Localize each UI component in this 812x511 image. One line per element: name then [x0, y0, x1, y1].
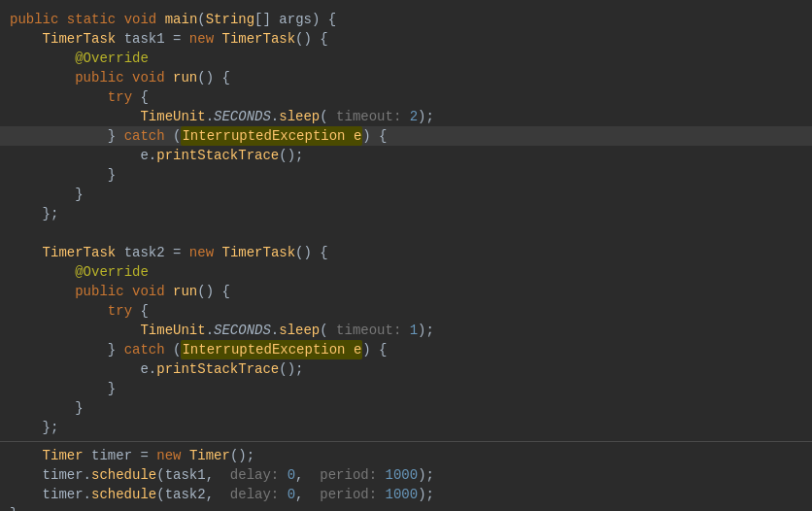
type-timer: Timer	[43, 446, 84, 465]
code-line-16: try {	[0, 301, 812, 321]
type-timertask-2: TimerTask	[43, 243, 117, 262]
code-line-6: TimeUnit.SECONDS.sleep( timeout: 2);	[0, 107, 812, 126]
keyword-void-1: void	[132, 68, 165, 87]
code-line-10: }	[0, 185, 812, 204]
num-delay-2: 0	[288, 485, 295, 504]
method-schedule-1: schedule	[91, 465, 156, 485]
section-divider	[0, 441, 812, 442]
method-sleep-2: sleep	[279, 321, 320, 340]
annotation-override-1: @Override	[75, 49, 149, 68]
keyword-void-2: void	[132, 282, 165, 301]
code-line-13: TimerTask task2 = new TimerTask() {	[0, 243, 812, 262]
code-line-20: }	[0, 379, 812, 398]
method-main: main	[165, 10, 198, 29]
method-sleep-1: sleep	[279, 107, 320, 126]
annotation-override-2: @Override	[75, 262, 149, 282]
keyword-void: void	[124, 10, 157, 29]
method-printstacktrace-1: printStackTrace	[156, 146, 279, 165]
num-period-2: 1000	[386, 485, 419, 504]
type-string: String	[206, 10, 254, 29]
keyword-try-2: try	[108, 301, 132, 321]
type-timertask-new-2: TimerTask	[221, 243, 295, 262]
code-line-3: @Override	[0, 49, 812, 68]
code-line-25: timer.schedule(task1, delay: 0, period: …	[0, 465, 812, 485]
keyword-new-3: new	[156, 446, 181, 465]
type-timertask-1: TimerTask	[43, 29, 117, 49]
code-line-22: };	[0, 418, 812, 437]
keyword-catch-1: catch	[124, 126, 165, 146]
method-schedule-2: schedule	[91, 485, 156, 504]
code-line-5: try {	[0, 87, 812, 107]
keyword-new-2: new	[189, 243, 214, 262]
keyword-static: static	[67, 10, 116, 29]
type-timer-new: Timer	[189, 446, 230, 465]
type-timeunit-1: TimeUnit	[140, 107, 205, 126]
code-line-27: }	[0, 504, 812, 511]
method-run-2: run	[173, 282, 197, 301]
exception-type-2: InterruptedException e	[181, 340, 362, 359]
code-line-18: } catch (InterruptedException e) {	[0, 340, 812, 359]
code-line-24: Timer timer = new Timer();	[0, 446, 812, 465]
code-line-17: TimeUnit.SECONDS.sleep( timeout: 1);	[0, 321, 812, 340]
code-line-4: public void run() {	[0, 68, 812, 87]
code-line-21: }	[0, 398, 812, 418]
code-line-8: e.printStackTrace();	[0, 146, 812, 165]
code-line-2: TimerTask task1 = new TimerTask() {	[0, 29, 812, 49]
code-line-12	[0, 223, 812, 243]
exception-type-1: InterruptedException e	[181, 126, 362, 146]
code-line-7: } catch (InterruptedException e) {	[0, 126, 812, 146]
keyword-public-2: public	[75, 282, 123, 301]
code-line-1: public static void main(String[] args) {	[0, 10, 812, 29]
keyword-public: public	[10, 10, 58, 29]
code-line-15: public void run() {	[0, 282, 812, 301]
code-line-9: }	[0, 165, 812, 185]
const-seconds-2: SECONDS	[214, 321, 271, 340]
code-editor: public static void main(String[] args) {…	[0, 0, 812, 511]
type-timeunit-2: TimeUnit	[140, 321, 205, 340]
code-line-26: timer.schedule(task2, delay: 0, period: …	[0, 485, 812, 504]
keyword-catch-2: catch	[124, 340, 165, 359]
keyword-new-1: new	[189, 29, 214, 49]
num-1: 1	[410, 321, 418, 340]
code-line-19: e.printStackTrace();	[0, 359, 812, 379]
num-2: 2	[410, 107, 418, 126]
method-printstacktrace-2: printStackTrace	[156, 359, 279, 379]
keyword-try-1: try	[108, 87, 132, 107]
num-delay-1: 0	[288, 465, 295, 485]
type-timertask-new-1: TimerTask	[221, 29, 295, 49]
method-run-1: run	[173, 68, 197, 87]
code-line-11: };	[0, 204, 812, 223]
keyword-public-1: public	[75, 68, 123, 87]
const-seconds-1: SECONDS	[214, 107, 271, 126]
num-period-1: 1000	[386, 465, 419, 485]
code-line-14: @Override	[0, 262, 812, 282]
